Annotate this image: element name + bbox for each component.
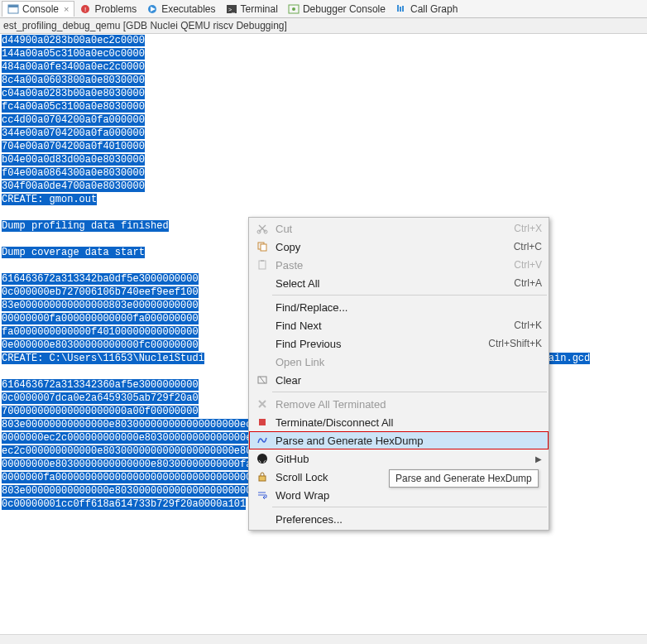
menu-open-link[interactable]: Open Link bbox=[249, 353, 549, 371]
cut-icon bbox=[254, 222, 271, 235]
remove-terminated-icon bbox=[254, 397, 271, 411]
tooltip: Parse and Generate HexDump bbox=[389, 469, 539, 488]
tab-label: Debugger Console bbox=[303, 3, 386, 15]
menu-find-replace[interactable]: Find/Replace... bbox=[249, 298, 549, 316]
console-hex-line: 8c4a00a0603800a0e8030000 bbox=[2, 74, 145, 86]
svg-rect-18 bbox=[261, 260, 264, 262]
console-hex-line: 803e00000000000000e803000000000000000000… bbox=[2, 419, 288, 430]
executables-icon bbox=[146, 3, 158, 15]
debugger-console-icon bbox=[288, 3, 300, 15]
menu-parse-generate-hexdump[interactable]: Parse and Generate HexDump bbox=[249, 431, 549, 449]
menu-separator bbox=[272, 295, 547, 296]
console-hex-line: 616463672a313342360af5e3000000000 bbox=[2, 379, 199, 391]
submenu-arrow-icon: ▶ bbox=[535, 454, 542, 464]
console-text: CREATE: gmon.out bbox=[2, 194, 97, 205]
menu-terminate-disconnect-all[interactable]: Terminate/Disconnect All bbox=[249, 413, 549, 431]
svg-point-22 bbox=[257, 454, 267, 464]
svg-text:!: ! bbox=[84, 6, 86, 13]
svg-rect-16 bbox=[261, 244, 266, 251]
call-graph-icon bbox=[395, 3, 407, 15]
console-hex-line: 144a00a05c3100a0ec0c0000 bbox=[2, 48, 145, 60]
close-icon[interactable]: × bbox=[64, 4, 69, 14]
console-hex-line: c04a00a0283b00a0e8030000 bbox=[2, 88, 145, 99]
terminal-icon: >_ bbox=[226, 3, 237, 15]
menu-remove-all-terminated[interactable]: Remove All Terminated bbox=[249, 395, 549, 413]
menu-word-wrap[interactable]: Word Wrap bbox=[249, 486, 549, 504]
tab-call-graph[interactable]: Call Graph bbox=[391, 2, 462, 17]
svg-rect-12 bbox=[402, 6, 404, 12]
console-hex-line: ec2c000000000000e8030000000000000000000e… bbox=[2, 445, 281, 457]
menu-github[interactable]: GitHub ▶ bbox=[249, 449, 549, 468]
tab-label: Problems bbox=[94, 3, 137, 15]
copy-icon bbox=[254, 240, 271, 253]
svg-rect-23 bbox=[259, 476, 266, 481]
console-hex-line: 0c00000001cc0ff618a614733b729f20a0000a10… bbox=[2, 498, 246, 510]
paste-icon bbox=[254, 258, 271, 272]
console-hex-line: fc4a00a05c3100a0e8030000 bbox=[2, 101, 145, 113]
console-hex-line: 700000000000000000000a00f00000000 bbox=[2, 406, 199, 417]
menu-cut[interactable]: Cut Ctrl+X bbox=[249, 219, 549, 238]
tab-label: Executables bbox=[161, 3, 215, 15]
menu-preferences[interactable]: Preferences... bbox=[249, 510, 549, 528]
console-hex-line: cc4d00a0704200a0fa000000 bbox=[2, 114, 145, 126]
svg-line-20 bbox=[260, 377, 265, 383]
console-icon bbox=[7, 3, 19, 15]
tab-terminal[interactable]: >_ Terminal bbox=[221, 2, 283, 17]
menu-separator bbox=[272, 507, 547, 507]
console-hex-line: 0c000000eb727006106b740eef9eef100 bbox=[2, 286, 199, 298]
console-hex-line: 616463672a313342ba0df5e3000000000 bbox=[2, 273, 199, 285]
console-hex-line: 704e00a0704200a0f4010000 bbox=[2, 141, 145, 152]
menu-copy[interactable]: Copy Ctrl+C bbox=[249, 238, 549, 256]
console-hex-line: 0e000000e80300000000000fc00000000 bbox=[2, 339, 199, 351]
console-hex-line: d44900a0283b00a0ec2c0000 bbox=[2, 35, 145, 46]
console-hex-line: 00000000fa000000000000fa000000000 bbox=[2, 313, 199, 324]
svg-rect-11 bbox=[400, 7, 401, 12]
menu-find-next[interactable]: Find Next Ctrl+K bbox=[249, 316, 549, 334]
console-hex-line: 344e00a0704200a0fa000000 bbox=[2, 127, 145, 139]
console-hex-line: 83e000000000000000803e00000000000 bbox=[2, 300, 199, 311]
tab-label: Terminal bbox=[241, 3, 278, 15]
menu-paste[interactable]: Paste Ctrl+V bbox=[249, 256, 549, 274]
word-wrap-icon bbox=[254, 488, 271, 502]
hexdump-icon bbox=[254, 434, 271, 447]
svg-point-9 bbox=[292, 7, 295, 11]
console-hex-line: f04e00a0864300a0e8030000 bbox=[2, 167, 145, 179]
console-hex-line: b04e00a0d83d00a0e8030000 bbox=[2, 154, 145, 166]
menu-select-all[interactable]: Select All Ctrl+A bbox=[249, 274, 549, 292]
menu-separator bbox=[272, 392, 547, 392]
terminate-icon bbox=[254, 416, 271, 429]
tab-console[interactable]: Console × bbox=[2, 1, 74, 17]
console-hex-line: 00000000e8030000000000000e80300000000000… bbox=[2, 459, 288, 470]
clear-icon bbox=[254, 373, 271, 387]
console-text: CREATE: C:\Users\11653\NucleiStudi bbox=[2, 353, 204, 364]
console-hex-line: 484a00a0fe3400a0ec2c0000 bbox=[2, 61, 145, 73]
svg-text:>_: >_ bbox=[228, 7, 235, 13]
svg-rect-1 bbox=[8, 5, 18, 7]
github-icon bbox=[254, 452, 271, 465]
scroll-lock-icon bbox=[254, 470, 271, 483]
horizontal-scrollbar[interactable] bbox=[0, 634, 647, 644]
tab-problems[interactable]: ! Problems bbox=[74, 2, 141, 17]
menu-clear[interactable]: Clear bbox=[249, 371, 549, 389]
svg-rect-10 bbox=[397, 5, 399, 12]
menu-find-previous[interactable]: Find Previous Ctrl+Shift+K bbox=[249, 334, 549, 353]
tab-label: Console bbox=[22, 3, 59, 15]
views-tab-bar: Console × ! Problems Executables >_ Term… bbox=[0, 0, 647, 18]
svg-rect-21 bbox=[259, 419, 266, 425]
tab-debugger-console[interactable]: Debugger Console bbox=[283, 2, 391, 17]
svg-rect-17 bbox=[259, 261, 266, 269]
session-description: est_profiling_debug_qemu [GDB Nuclei QEM… bbox=[0, 18, 647, 34]
console-text: Dump profiling data finished bbox=[2, 220, 169, 232]
tab-executables[interactable]: Executables bbox=[141, 2, 220, 17]
console-hex-line: 0c0000007dca0e2a6459305ab729f20a0 bbox=[2, 392, 199, 404]
console-hex-line: 304f00a0de4700a0e8030000 bbox=[2, 180, 145, 192]
console-hex-line: fa0000000000000f40100000000000000 bbox=[2, 326, 199, 338]
console-text: Dump coverage data start bbox=[2, 247, 145, 258]
problems-icon: ! bbox=[79, 3, 91, 15]
tab-label: Call Graph bbox=[410, 3, 458, 15]
